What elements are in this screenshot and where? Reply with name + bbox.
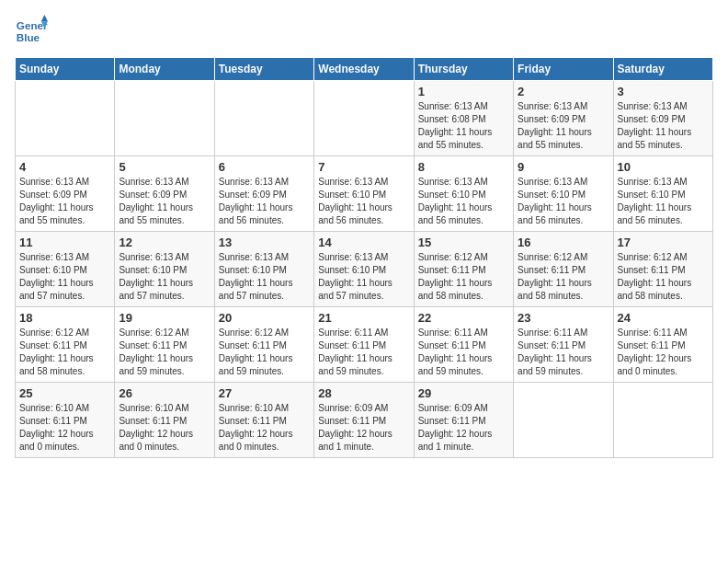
day-info: Sunrise: 6:13 AM Sunset: 6:09 PM Dayligh… xyxy=(618,100,709,152)
day-number: 28 xyxy=(318,386,409,400)
calendar-week-row: 1Sunrise: 6:13 AM Sunset: 6:08 PM Daylig… xyxy=(16,81,713,156)
calendar-day-cell: 11Sunrise: 6:13 AM Sunset: 6:10 PM Dayli… xyxy=(16,232,115,307)
calendar-day-cell xyxy=(514,383,613,458)
calendar-day-cell: 10Sunrise: 6:13 AM Sunset: 6:10 PM Dayli… xyxy=(613,156,712,232)
day-number: 8 xyxy=(418,160,509,174)
day-info: Sunrise: 6:13 AM Sunset: 6:10 PM Dayligh… xyxy=(119,251,210,303)
day-number: 23 xyxy=(518,311,609,325)
calendar-day-cell xyxy=(115,81,214,156)
svg-marker-3 xyxy=(41,15,48,21)
calendar-week-row: 18Sunrise: 6:12 AM Sunset: 6:11 PM Dayli… xyxy=(16,307,713,383)
day-info: Sunrise: 6:13 AM Sunset: 6:09 PM Dayligh… xyxy=(19,176,110,227)
day-number: 11 xyxy=(19,236,110,249)
day-info: Sunrise: 6:11 AM Sunset: 6:11 PM Dayligh… xyxy=(618,327,709,378)
day-number: 2 xyxy=(518,85,609,98)
calendar-day-cell: 12Sunrise: 6:13 AM Sunset: 6:10 PM Dayli… xyxy=(115,232,214,307)
day-number: 7 xyxy=(318,160,409,174)
day-number: 27 xyxy=(219,386,310,400)
calendar-day-cell: 7Sunrise: 6:13 AM Sunset: 6:10 PM Daylig… xyxy=(314,156,414,232)
calendar-body: 1Sunrise: 6:13 AM Sunset: 6:08 PM Daylig… xyxy=(16,81,713,458)
calendar-day-cell: 5Sunrise: 6:13 AM Sunset: 6:09 PM Daylig… xyxy=(115,156,214,232)
calendar-day-cell: 17Sunrise: 6:12 AM Sunset: 6:11 PM Dayli… xyxy=(613,232,712,307)
calendar-week-row: 25Sunrise: 6:10 AM Sunset: 6:11 PM Dayli… xyxy=(16,383,713,458)
calendar-day-cell: 29Sunrise: 6:09 AM Sunset: 6:11 PM Dayli… xyxy=(414,383,513,458)
calendar-day-cell: 2Sunrise: 6:13 AM Sunset: 6:09 PM Daylig… xyxy=(514,81,613,156)
day-number: 1 xyxy=(418,85,509,98)
calendar-day-cell: 1Sunrise: 6:13 AM Sunset: 6:08 PM Daylig… xyxy=(414,81,513,156)
day-info: Sunrise: 6:12 AM Sunset: 6:11 PM Dayligh… xyxy=(418,251,509,303)
calendar-day-cell: 14Sunrise: 6:13 AM Sunset: 6:10 PM Dayli… xyxy=(314,232,414,307)
day-of-week-header: Friday xyxy=(514,58,613,81)
day-number: 5 xyxy=(119,160,210,174)
day-info: Sunrise: 6:10 AM Sunset: 6:11 PM Dayligh… xyxy=(119,402,210,454)
day-number: 16 xyxy=(518,236,609,249)
day-info: Sunrise: 6:12 AM Sunset: 6:11 PM Dayligh… xyxy=(518,251,609,303)
logo-icon: General Blue xyxy=(15,15,48,48)
calendar-header-row: SundayMondayTuesdayWednesdayThursdayFrid… xyxy=(16,58,713,81)
day-info: Sunrise: 6:13 AM Sunset: 6:10 PM Dayligh… xyxy=(418,176,509,227)
calendar-day-cell: 6Sunrise: 6:13 AM Sunset: 6:09 PM Daylig… xyxy=(214,156,313,232)
day-number: 25 xyxy=(19,386,110,400)
day-info: Sunrise: 6:12 AM Sunset: 6:11 PM Dayligh… xyxy=(119,327,210,378)
day-info: Sunrise: 6:13 AM Sunset: 6:10 PM Dayligh… xyxy=(219,251,310,303)
calendar-day-cell: 22Sunrise: 6:11 AM Sunset: 6:11 PM Dayli… xyxy=(414,307,513,383)
calendar-day-cell: 26Sunrise: 6:10 AM Sunset: 6:11 PM Dayli… xyxy=(115,383,214,458)
page-header: General Blue xyxy=(15,15,713,48)
logo: General Blue xyxy=(15,15,48,48)
calendar-day-cell: 21Sunrise: 6:11 AM Sunset: 6:11 PM Dayli… xyxy=(314,307,414,383)
calendar-day-cell: 28Sunrise: 6:09 AM Sunset: 6:11 PM Dayli… xyxy=(314,383,414,458)
calendar-day-cell: 18Sunrise: 6:12 AM Sunset: 6:11 PM Dayli… xyxy=(16,307,115,383)
day-of-week-header: Sunday xyxy=(16,58,115,81)
calendar-day-cell: 27Sunrise: 6:10 AM Sunset: 6:11 PM Dayli… xyxy=(214,383,313,458)
day-info: Sunrise: 6:12 AM Sunset: 6:11 PM Dayligh… xyxy=(19,327,110,378)
day-info: Sunrise: 6:13 AM Sunset: 6:09 PM Dayligh… xyxy=(119,176,210,227)
calendar-day-cell: 15Sunrise: 6:12 AM Sunset: 6:11 PM Dayli… xyxy=(414,232,513,307)
day-of-week-header: Saturday xyxy=(613,58,712,81)
day-number: 14 xyxy=(318,236,409,249)
day-number: 10 xyxy=(618,160,709,174)
calendar-day-cell: 23Sunrise: 6:11 AM Sunset: 6:11 PM Dayli… xyxy=(514,307,613,383)
day-info: Sunrise: 6:12 AM Sunset: 6:11 PM Dayligh… xyxy=(219,327,310,378)
day-number: 21 xyxy=(318,311,409,325)
day-info: Sunrise: 6:13 AM Sunset: 6:10 PM Dayligh… xyxy=(518,176,609,227)
day-info: Sunrise: 6:11 AM Sunset: 6:11 PM Dayligh… xyxy=(518,327,609,378)
day-number: 6 xyxy=(219,160,310,174)
day-number: 22 xyxy=(418,311,509,325)
day-number: 19 xyxy=(119,311,210,325)
day-info: Sunrise: 6:10 AM Sunset: 6:11 PM Dayligh… xyxy=(219,402,310,454)
day-number: 29 xyxy=(418,386,509,400)
day-number: 15 xyxy=(418,236,509,249)
calendar-day-cell: 25Sunrise: 6:10 AM Sunset: 6:11 PM Dayli… xyxy=(16,383,115,458)
calendar-day-cell xyxy=(613,383,712,458)
calendar-day-cell: 16Sunrise: 6:12 AM Sunset: 6:11 PM Dayli… xyxy=(514,232,613,307)
svg-text:Blue: Blue xyxy=(17,31,40,43)
calendar-day-cell xyxy=(314,81,414,156)
day-info: Sunrise: 6:13 AM Sunset: 6:08 PM Dayligh… xyxy=(418,100,509,152)
day-number: 26 xyxy=(119,386,210,400)
day-number: 12 xyxy=(119,236,210,249)
calendar-day-cell: 20Sunrise: 6:12 AM Sunset: 6:11 PM Dayli… xyxy=(214,307,313,383)
day-number: 9 xyxy=(518,160,609,174)
day-info: Sunrise: 6:11 AM Sunset: 6:11 PM Dayligh… xyxy=(318,327,409,378)
day-of-week-header: Thursday xyxy=(414,58,513,81)
calendar-table: SundayMondayTuesdayWednesdayThursdayFrid… xyxy=(15,57,713,458)
calendar-day-cell xyxy=(214,81,313,156)
day-number: 4 xyxy=(19,160,110,174)
calendar-day-cell: 4Sunrise: 6:13 AM Sunset: 6:09 PM Daylig… xyxy=(16,156,115,232)
calendar-day-cell: 8Sunrise: 6:13 AM Sunset: 6:10 PM Daylig… xyxy=(414,156,513,232)
day-of-week-header: Tuesday xyxy=(214,58,313,81)
day-info: Sunrise: 6:13 AM Sunset: 6:10 PM Dayligh… xyxy=(19,251,110,303)
day-number: 17 xyxy=(618,236,709,249)
calendar-week-row: 4Sunrise: 6:13 AM Sunset: 6:09 PM Daylig… xyxy=(16,156,713,232)
day-info: Sunrise: 6:13 AM Sunset: 6:09 PM Dayligh… xyxy=(219,176,310,227)
day-info: Sunrise: 6:13 AM Sunset: 6:09 PM Dayligh… xyxy=(518,100,609,152)
day-number: 24 xyxy=(618,311,709,325)
day-info: Sunrise: 6:10 AM Sunset: 6:11 PM Dayligh… xyxy=(19,402,110,454)
day-info: Sunrise: 6:13 AM Sunset: 6:10 PM Dayligh… xyxy=(318,251,409,303)
day-number: 20 xyxy=(219,311,310,325)
calendar-day-cell: 3Sunrise: 6:13 AM Sunset: 6:09 PM Daylig… xyxy=(613,81,712,156)
calendar-week-row: 11Sunrise: 6:13 AM Sunset: 6:10 PM Dayli… xyxy=(16,232,713,307)
day-info: Sunrise: 6:13 AM Sunset: 6:10 PM Dayligh… xyxy=(618,176,709,227)
calendar-day-cell: 13Sunrise: 6:13 AM Sunset: 6:10 PM Dayli… xyxy=(214,232,313,307)
calendar-day-cell: 19Sunrise: 6:12 AM Sunset: 6:11 PM Dayli… xyxy=(115,307,214,383)
